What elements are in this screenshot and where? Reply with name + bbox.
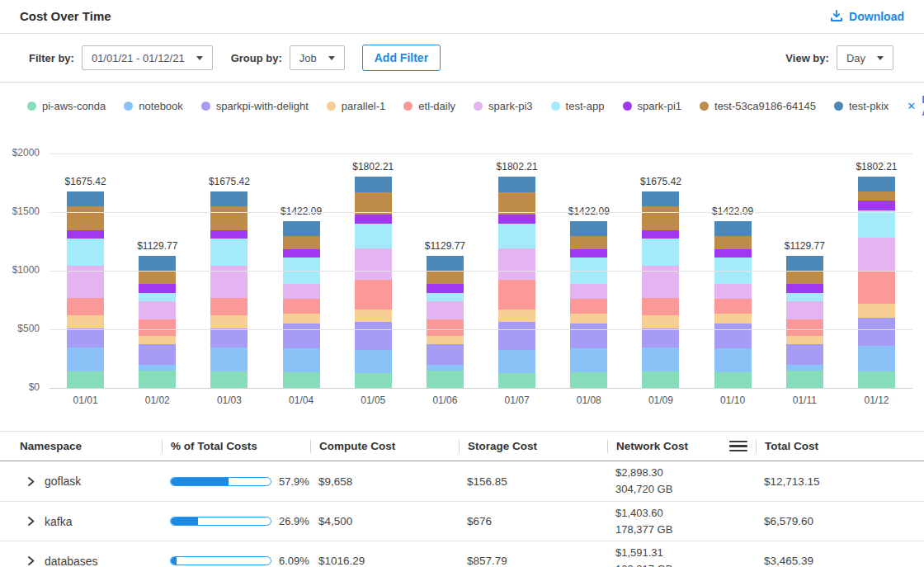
expand-chevron-icon[interactable]	[26, 476, 35, 487]
storage-cost-value: $857.79	[467, 555, 507, 567]
legend-swatch-icon	[551, 102, 560, 111]
date-range-dropdown[interactable]: 01/01/21 - 01/12/21	[82, 45, 213, 70]
y-axis-tick-label: $1500	[0, 206, 40, 217]
column-divider	[607, 440, 608, 453]
bar-segment-spark-pi1	[283, 249, 320, 258]
bar-segment-spark-pi3	[786, 301, 823, 319]
table-body: goflask57.9%$9,658$156.85$2,898.30304,72…	[0, 461, 924, 567]
bar-segment-notebook	[139, 365, 176, 371]
bar-segment-etl-daily	[283, 299, 320, 314]
bar-stack	[570, 221, 607, 388]
legend-label: pi-aws-conda	[42, 100, 106, 112]
network-cost-value: $1,591.31	[615, 545, 663, 561]
table-row: goflask57.9%$9,658$156.85$2,898.30304,72…	[0, 461, 924, 501]
bar-segment-etl-daily	[714, 299, 752, 314]
deselect-all-button[interactable]: ✕ Deselect All	[907, 93, 924, 118]
x-axis-label: 01/01	[50, 395, 121, 406]
bar-stack	[642, 191, 679, 388]
bar-segment-pi-aws-conda	[427, 371, 464, 388]
group-by-dropdown[interactable]: Job	[290, 45, 345, 70]
date-range-value: 01/01/21 - 01/12/21	[92, 52, 185, 64]
bar-segment-test-pkix	[714, 221, 752, 236]
x-axis: 01/0101/0201/0301/0401/0501/0601/0701/08…	[50, 395, 912, 406]
network-gb-value: 304,720 GB	[615, 481, 672, 498]
expand-chevron-icon[interactable]	[26, 555, 35, 566]
bar-segment-spark-pi1	[570, 249, 607, 258]
percent-cell: 6.09%	[162, 541, 310, 567]
bar-segment-test-53ca9186-64145	[786, 272, 823, 284]
bar-stack	[67, 191, 104, 388]
cost-over-time-chart: $2000$1500$1000$500$0 $1675.42$1129.77$1…	[0, 129, 924, 409]
bar-total-label: $1802.21	[856, 161, 897, 172]
page-title: Cost Over Time	[20, 9, 111, 23]
bar-stack	[283, 221, 320, 388]
namespace-cell: databases	[20, 541, 162, 567]
bar-segment-spark-pi3	[355, 248, 392, 280]
y-axis-tick-label: $0	[0, 381, 40, 393]
bar-segment-etl-daily	[355, 280, 392, 310]
legend-item-pi-aws-conda[interactable]: pi-aws-conda	[27, 100, 106, 112]
bar-total-label: $1129.77	[425, 240, 465, 252]
y-axis-tick-label: $500	[0, 323, 40, 334]
bar-segment-test-app	[427, 293, 464, 301]
progress-bar	[170, 477, 271, 486]
bar-segment-spark-pi1	[355, 215, 392, 224]
bar-segment-pi-aws-conda	[498, 373, 535, 388]
total-cost-value: $6,579.60	[764, 515, 813, 527]
compute-cost-cell: $9,658	[310, 461, 459, 501]
add-filter-button[interactable]: Add Filter	[362, 45, 441, 71]
legend-item-parallel-1[interactable]: parallel-1	[327, 100, 385, 112]
legend-swatch-icon	[623, 102, 632, 111]
download-button[interactable]: Download	[830, 10, 904, 23]
namespace-name: databases	[45, 555, 98, 567]
bar-segment-test-app	[786, 293, 823, 301]
legend-item-spark-pi1[interactable]: spark-pi1	[623, 100, 681, 112]
download-label: Download	[849, 10, 904, 23]
bar-segment-pi-aws-conda	[355, 373, 392, 388]
namespace-cost-table: Namespace % of Total Costs Compute Cost …	[0, 431, 924, 567]
bar-segment-notebook	[283, 348, 320, 372]
legend-item-notebook[interactable]: notebook	[124, 100, 183, 112]
view-by-dropdown[interactable]: Day	[837, 45, 893, 70]
gridline	[50, 271, 912, 272]
column-divider	[162, 440, 163, 453]
expand-chevron-icon[interactable]	[26, 516, 35, 527]
bar-segment-test-53ca9186-64145	[642, 206, 679, 230]
legend-item-test-53ca9186-64145[interactable]: test-53ca9186-64145	[700, 100, 816, 112]
table-row: kafka26.9%$4,500$676$1,403.60178,377 GB$…	[0, 501, 924, 541]
column-header-network-cost: Network Cost	[607, 432, 756, 461]
legend-item-sparkpi-with-delight[interactable]: sparkpi-with-delight	[201, 100, 309, 112]
bar-segment-etl-daily	[858, 271, 895, 304]
legend-label: spark-pi3	[488, 100, 532, 112]
network-cost-cell: $1,591.31102,217 GB	[607, 541, 756, 567]
bar-segment-test-pkix	[355, 177, 392, 191]
bar-segment-pi-aws-conda	[139, 371, 176, 388]
bar-segment-test-53ca9186-64145	[355, 192, 392, 215]
legend-item-spark-pi3[interactable]: spark-pi3	[474, 100, 532, 112]
bar-segment-test-pkix	[642, 191, 679, 206]
column-divider	[459, 440, 460, 453]
column-header-percent-total: % of Total Costs	[162, 432, 310, 461]
x-axis-label: 01/09	[625, 395, 696, 406]
bar-segment-pi-aws-conda	[210, 371, 248, 388]
column-settings-icon[interactable]	[729, 441, 747, 452]
legend-item-test-app[interactable]: test-app	[551, 100, 605, 112]
bar-segment-notebook	[427, 365, 464, 371]
column-divider	[756, 440, 757, 453]
bar-segment-parallel-1	[210, 315, 248, 328]
storage-cost-cell: $156.85	[459, 461, 607, 501]
bar-total-label: $1802.21	[352, 161, 394, 172]
storage-cost-cell: $676	[459, 502, 607, 541]
view-by-value: Day	[846, 52, 865, 64]
bar-segment-test-53ca9186-64145	[570, 236, 607, 249]
percent-value: 57.9%	[279, 475, 309, 488]
bar-segment-test-pkix	[570, 221, 607, 236]
progress-bar	[170, 517, 271, 526]
legend-label: notebook	[139, 100, 183, 112]
bar-segment-spark-pi1	[786, 284, 823, 293]
legend-item-test-pkix[interactable]: test-pkix	[834, 100, 889, 112]
legend-label: test-app	[566, 100, 605, 112]
legend-item-etl-daily[interactable]: etl-daily	[403, 100, 455, 112]
bar-segment-test-53ca9186-64145	[67, 206, 104, 230]
bar-stack	[498, 177, 535, 388]
